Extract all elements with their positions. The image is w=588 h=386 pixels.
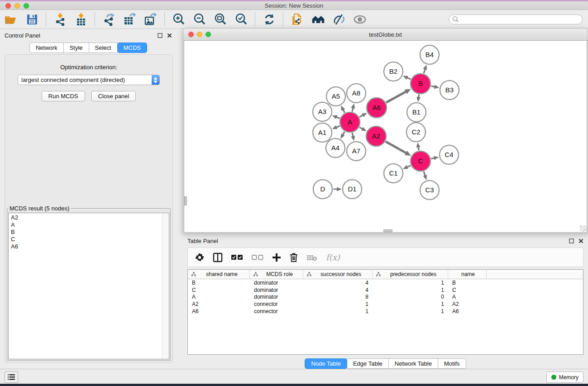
import-table-icon[interactable] [74,13,88,26]
column-header-name[interactable]: name [448,270,487,279]
table-cell[interactable]: dominator [250,280,303,286]
node-label-C: C [418,157,423,165]
table-cell[interactable]: connector [250,308,303,315]
column-header-predecessor-nodes[interactable]: predecessor nodes [373,270,448,279]
table-row[interactable]: Cdominator41C [188,286,583,294]
canvas-bottom-grip[interactable] [383,229,392,232]
table-cell[interactable]: 0 [373,294,448,300]
search-input[interactable] [449,14,583,24]
arrowhead-icon [337,187,342,191]
table-cell[interactable]: 1 [373,287,448,293]
open-file-icon[interactable] [5,13,18,26]
float-panel-icon[interactable] [158,33,163,38]
homes-icon[interactable] [311,13,325,26]
table-row[interactable]: Adominator80A [188,294,583,301]
list-item[interactable]: A2 [11,214,169,221]
add-column-icon[interactable] [272,253,281,262]
table-cell[interactable]: A [188,294,250,300]
network-close-button[interactable] [188,32,194,37]
refresh-layout-icon[interactable] [263,13,276,26]
column-header-mcds-role[interactable]: MCDS role [250,270,303,279]
table-row[interactable]: Bdominator41B [188,279,583,286]
list-item[interactable]: A [11,221,169,229]
statusbar: Memory [0,369,588,384]
zoom-in-icon[interactable] [172,13,186,26]
table-row[interactable]: A6connector11A6 [188,308,583,315]
list-scrollbar[interactable] [162,214,168,358]
export-image-icon[interactable] [144,13,158,26]
table-cell[interactable]: B [448,280,487,286]
network-canvas[interactable]: B4B2BB3A8A5A6B1A3AA1C2A2A4A7C4CC1C3DD1 [184,40,587,233]
canvas-left-grip[interactable] [184,196,187,205]
edge-A6-B[interactable] [386,91,406,103]
minimize-window-button[interactable] [14,3,20,9]
task-history-button[interactable] [5,372,18,383]
table-cell[interactable]: 4 [303,287,373,293]
table-cell[interactable]: B [188,280,250,286]
table-cell[interactable]: dominator [250,294,303,300]
list-item[interactable]: B [11,229,169,236]
list-item[interactable]: C [11,236,169,243]
tab-style[interactable]: Style [63,43,89,53]
network-minimize-button[interactable] [197,32,202,37]
network-window-titlebar[interactable]: testGlobe.txt [183,29,588,41]
export-table-icon[interactable] [123,13,137,26]
table-cell[interactable]: A [448,294,487,300]
table-row[interactable]: A2connector11A2 [188,300,583,308]
maximize-window-button[interactable] [24,3,29,9]
save-session-icon[interactable] [25,13,39,26]
memory-button[interactable]: Memory [546,372,583,383]
table-cell[interactable]: dominator [250,287,303,293]
node-label-A2: A2 [372,132,380,140]
gear-icon[interactable] [195,253,204,262]
table-cell[interactable]: 8 [303,294,373,300]
table-panel: Table Panel [183,235,588,369]
column-header-shared-name[interactable]: shared name [188,270,250,279]
tab-select[interactable]: Select [89,43,118,53]
eye-icon[interactable] [353,13,367,26]
resize-grip-icon[interactable] [580,225,586,232]
tab-network-table[interactable]: Network Table [388,358,438,369]
close-panel-button[interactable]: Close panel [91,91,136,101]
table-cell[interactable]: 1 [373,308,448,315]
import-network-icon[interactable] [53,13,67,26]
run-mcds-button[interactable]: Run MCDS [42,91,85,101]
edge-A2-C[interactable] [386,142,407,153]
column-header-successor-nodes[interactable]: successor nodes [303,270,373,279]
table-cell[interactable]: connector [250,301,303,307]
tab-mcds[interactable]: MCDS [117,43,147,53]
float-panel-icon[interactable] [569,238,574,243]
tab-edge-table[interactable]: Edge Table [347,358,389,369]
slash-eye-icon[interactable] [332,13,346,26]
zoom-out-icon[interactable] [193,13,206,26]
tab-network[interactable]: Network [29,43,64,53]
table-cell[interactable]: C [448,287,487,293]
table-cell[interactable]: A6 [188,308,250,315]
zoom-fit-icon[interactable] [214,13,227,26]
select-all-checkboxes-icon[interactable] [231,255,243,260]
zoom-selected-icon[interactable] [234,13,248,26]
table-cell[interactable]: A6 [448,308,487,315]
list-item[interactable]: A6 [11,243,169,250]
table-cell[interactable]: A2 [448,301,487,307]
table-cell[interactable]: 1 [373,301,448,307]
split-columns-icon[interactable] [213,253,223,262]
tab-node-table[interactable]: Node Table [305,358,347,369]
table-cell[interactable]: A2 [188,301,250,307]
table-cell[interactable]: 4 [303,280,373,286]
close-window-button[interactable] [5,3,11,9]
table-cell[interactable]: C [188,287,250,293]
mcds-result-list[interactable]: A2ABCA6 [8,213,169,359]
table-cell[interactable]: 1 [373,280,448,286]
close-panel-icon[interactable] [167,33,172,38]
network-maximize-button[interactable] [206,32,211,37]
table-cell[interactable]: 1 [303,308,373,315]
criterion-select[interactable]: largest connected component (directed) [18,75,160,85]
tab-motifs[interactable]: Motifs [438,358,466,369]
table-cell[interactable]: 1 [303,301,373,307]
export-network-icon[interactable] [102,13,116,26]
clear-checkboxes-icon[interactable] [252,255,263,260]
close-panel-icon[interactable] [578,238,583,243]
clone-network-icon[interactable] [291,13,304,26]
delete-icon[interactable] [290,253,298,262]
